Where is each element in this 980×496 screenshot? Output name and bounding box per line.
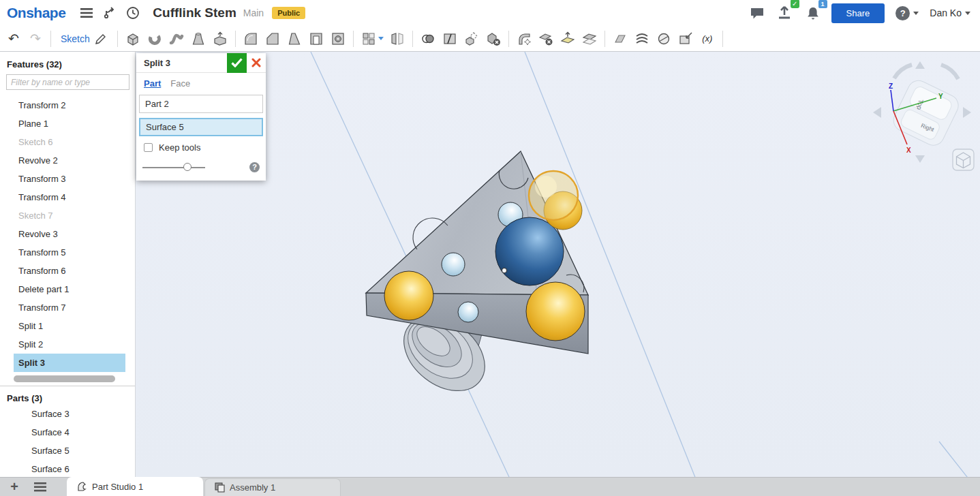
- feature-item[interactable]: Plane 1: [0, 114, 135, 133]
- tab-part[interactable]: Part: [144, 78, 161, 89]
- toolbar-divider: [604, 31, 605, 47]
- loft-icon: [190, 31, 206, 47]
- workspace-name[interactable]: Main: [243, 7, 264, 18]
- delete-part-button[interactable]: [483, 29, 504, 49]
- move-face-icon: [560, 31, 576, 47]
- dialog-cancel-button[interactable]: [247, 53, 266, 73]
- dialog-footer: ?: [136, 153, 266, 181]
- feature-item[interactable]: Transform 3: [0, 170, 135, 188]
- draft-icon: [286, 31, 303, 47]
- feature-item[interactable]: Transform 4: [0, 188, 135, 206]
- upload-status-icon[interactable]: ✓: [774, 3, 795, 22]
- part-item[interactable]: Surface 5: [0, 441, 135, 460]
- dialog-help-icon[interactable]: ?: [249, 162, 260, 172]
- transform-button[interactable]: [461, 29, 483, 49]
- help-menu[interactable]: ?: [895, 6, 919, 20]
- tab-manager-button[interactable]: [30, 478, 50, 496]
- undo-button[interactable]: ↶: [3, 29, 25, 49]
- dialog-title-bar: Split 3: [136, 53, 266, 73]
- view-cube[interactable]: Top Right Z Y X: [873, 61, 971, 163]
- hamburger-menu-icon[interactable]: [76, 3, 97, 22]
- chamfer-button[interactable]: [262, 29, 284, 49]
- assembly-icon: [215, 482, 225, 493]
- tab-face[interactable]: Face: [170, 78, 190, 89]
- feature-item[interactable]: Delete part 1: [0, 280, 135, 298]
- part-item[interactable]: Surface 3: [0, 405, 135, 423]
- delete-face-button[interactable]: [535, 29, 557, 49]
- hole-button[interactable]: [327, 29, 349, 49]
- selected-surface-highlight[interactable]: [529, 171, 578, 220]
- opacity-slider[interactable]: [142, 167, 205, 168]
- feature-item-suppressed[interactable]: Sketch 7: [0, 206, 135, 225]
- onshape-logo[interactable]: Onshape: [7, 5, 65, 21]
- derived-button[interactable]: [675, 29, 696, 49]
- sketch-button[interactable]: Sketch: [55, 32, 113, 46]
- version-branch-icon[interactable]: [99, 3, 120, 22]
- revolve-button[interactable]: [144, 29, 166, 49]
- feature-item[interactable]: Transform 2: [0, 96, 135, 114]
- tab-assembly[interactable]: Assembly 1: [204, 478, 341, 496]
- feature-item[interactable]: Split 1: [0, 317, 135, 335]
- public-badge: Public: [272, 7, 305, 19]
- feature-tree: Transform 2 Plane 1 Sketch 6 Revolve 2 T…: [0, 96, 135, 372]
- delete-part-icon: [485, 31, 502, 47]
- feature-item-suppressed[interactable]: Sketch 6: [0, 133, 135, 151]
- feature-item[interactable]: Split 2: [0, 335, 135, 354]
- dialog-title: Split 3: [136, 58, 227, 68]
- feature-item[interactable]: Revolve 3: [0, 225, 135, 243]
- helix-button[interactable]: [631, 29, 653, 49]
- keep-tools-checkbox[interactable]: Keep tools: [136, 136, 266, 153]
- part-item[interactable]: Surface 6: [0, 460, 135, 478]
- modify-fillet-button[interactable]: [513, 29, 535, 49]
- notifications-bell-icon[interactable]: 1: [803, 3, 823, 22]
- share-button[interactable]: Share: [831, 3, 885, 23]
- shell-button[interactable]: [305, 29, 327, 49]
- iso-view-button[interactable]: [953, 149, 974, 170]
- move-face-button[interactable]: [557, 29, 579, 49]
- linear-pattern-button[interactable]: [358, 29, 386, 49]
- draft-button[interactable]: [284, 29, 305, 49]
- variable-button[interactable]: (x): [696, 29, 718, 49]
- feature-item[interactable]: Transform 7: [0, 298, 135, 317]
- add-tab-button[interactable]: +: [4, 478, 25, 496]
- split-tool-field[interactable]: Surface 5: [139, 118, 263, 136]
- sphere-button[interactable]: [653, 29, 675, 49]
- toolbar-divider: [117, 31, 118, 47]
- feature-item[interactable]: Revolve 2: [0, 151, 135, 170]
- extrude-icon: [125, 31, 141, 47]
- part-item[interactable]: Surface 4: [0, 423, 135, 441]
- sweep-icon: [168, 31, 185, 47]
- feature-item-selected[interactable]: Split 3: [14, 354, 125, 372]
- dialog-accept-button[interactable]: [227, 53, 247, 73]
- undo-icon: ↶: [8, 32, 19, 45]
- boolean-button[interactable]: [417, 29, 439, 49]
- pattern-dropdown-caret-icon[interactable]: [378, 37, 384, 40]
- history-clock-icon[interactable]: [123, 3, 143, 22]
- feature-filter-input[interactable]: [6, 74, 129, 90]
- user-menu[interactable]: Dan Ko: [930, 7, 970, 18]
- split-target-field[interactable]: Part 2: [139, 95, 263, 113]
- replace-face-button[interactable]: [579, 29, 600, 49]
- extrude-button[interactable]: [122, 29, 144, 49]
- split-button[interactable]: [439, 29, 461, 49]
- features-panel: Features (32) Transform 2 Plane 1 Sketch…: [0, 52, 136, 477]
- fillet-button[interactable]: [240, 29, 262, 49]
- feature-item[interactable]: Transform 5: [0, 243, 135, 262]
- mirror-button[interactable]: [386, 29, 408, 49]
- slider-handle[interactable]: [183, 163, 192, 171]
- features-horizontal-scrollbar[interactable]: [14, 375, 115, 382]
- feature-item[interactable]: Transform 6: [0, 262, 135, 280]
- thicken-button[interactable]: [209, 29, 231, 49]
- tab-part-studio[interactable]: Part Studio 1: [67, 477, 203, 496]
- comment-icon[interactable]: [747, 3, 767, 22]
- linear-pattern-icon: [361, 31, 377, 47]
- sweep-button[interactable]: [166, 29, 187, 49]
- help-icon[interactable]: ?: [895, 6, 910, 20]
- redo-button[interactable]: ↷: [25, 29, 46, 49]
- vertex-point-marker[interactable]: [502, 268, 506, 273]
- checkbox-box-icon[interactable]: [144, 143, 153, 152]
- loft-button[interactable]: [187, 29, 209, 49]
- sync-check-badge: ✓: [791, 0, 799, 8]
- plane-button[interactable]: [609, 29, 631, 49]
- part-studio-icon: [76, 481, 87, 492]
